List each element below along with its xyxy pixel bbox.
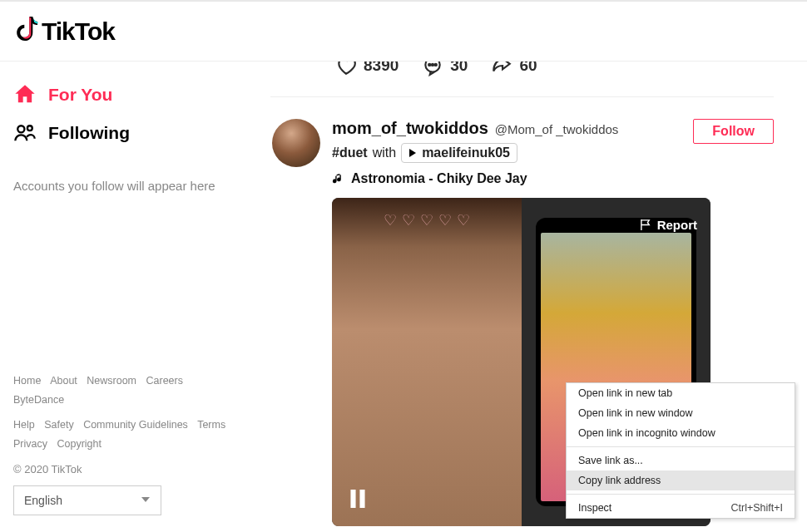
svg-rect-6 [350, 490, 355, 508]
svg-point-4 [432, 64, 433, 66]
footer-row-2: Help Safety Community Guidelines Terms P… [13, 416, 247, 453]
footer-link[interactable]: Safety [44, 419, 73, 431]
home-icon [13, 83, 37, 106]
nav-label: For You [48, 85, 112, 105]
svg-rect-7 [359, 490, 364, 508]
footer-link[interactable]: Newsroom [87, 375, 136, 387]
music-note-icon [332, 173, 344, 185]
svg-point-3 [428, 64, 430, 66]
footer-link[interactable]: Terms [197, 419, 225, 431]
ctx-shortcut: Ctrl+Shift+I [730, 502, 783, 514]
user-handle: @Mom_of _twokiddos [495, 122, 619, 136]
ctx-separator [567, 494, 795, 495]
language-selector[interactable]: English [13, 485, 161, 515]
footer-link[interactable]: Community Guidelines [83, 419, 188, 431]
heart-filter-overlay: ♡♡♡♡♡ [384, 211, 470, 229]
ctx-open-incognito[interactable]: Open link in incognito window [567, 423, 795, 443]
caption: #duet with maelifeinuk05 [332, 143, 618, 163]
people-icon [13, 121, 37, 145]
footer-link[interactable]: ByteDance [13, 394, 64, 406]
sidebar: For You Following Accounts you follow wi… [0, 0, 270, 532]
ctx-save-link[interactable]: Save link as... [567, 451, 795, 470]
footer-link[interactable]: Home [13, 375, 41, 387]
flag-icon [640, 219, 652, 231]
username: mom_of_twokiddos [332, 119, 488, 137]
nav-following[interactable]: Following [13, 121, 247, 145]
ctx-open-new-tab[interactable]: Open link in new tab [567, 383, 795, 403]
footer-link[interactable]: Careers [146, 375, 183, 387]
pause-icon [350, 490, 365, 508]
svg-point-5 [435, 64, 437, 66]
logo[interactable]: TikTok [13, 17, 115, 47]
user-line[interactable]: mom_of_twokiddos @Mom_of _twokiddos [332, 119, 618, 138]
svg-point-0 [17, 126, 24, 132]
tiktok-icon [13, 17, 40, 47]
footer-links: Home About Newsroom Careers ByteDance He… [13, 372, 247, 453]
copyright: © 2020 TikTok [13, 463, 247, 475]
pause-button[interactable] [350, 490, 365, 513]
nav-label: Following [48, 123, 130, 143]
duet-left-pane: ♡♡♡♡♡ [332, 198, 522, 526]
nav-for-you[interactable]: For You [13, 83, 247, 106]
play-icon [408, 149, 417, 157]
avatar[interactable] [272, 119, 320, 167]
ctx-open-new-window[interactable]: Open link in new window [567, 403, 795, 423]
language-label: English [24, 494, 62, 507]
music-line[interactable]: Astronomia - Chiky Dee Jay [332, 171, 618, 186]
nav: For You Following [13, 83, 247, 145]
footer-row-1: Home About Newsroom Careers ByteDance [13, 372, 247, 409]
chevron-down-icon [141, 494, 151, 507]
logo-text: TikTok [42, 17, 115, 46]
ctx-copy-link-address[interactable]: Copy link address [567, 470, 795, 490]
footer-link[interactable]: Copyright [57, 438, 101, 450]
following-hint: Accounts you follow will appear here [13, 176, 247, 196]
hashtag[interactable]: #duet [332, 145, 368, 160]
referenced-video-link[interactable]: maelifeinuk05 [401, 143, 517, 163]
follow-button[interactable]: Follow [693, 119, 774, 144]
footer-link[interactable]: Privacy [13, 438, 47, 450]
ctx-inspect[interactable]: Inspect Ctrl+Shift+I [567, 498, 795, 518]
context-menu: Open link in new tab Open link in new wi… [566, 382, 795, 519]
footer-link[interactable]: Help [13, 419, 35, 431]
caption-text: with [373, 145, 396, 160]
svg-point-1 [27, 126, 32, 131]
header: TikTok [0, 0, 807, 62]
ctx-separator [567, 446, 795, 447]
report-button[interactable]: Report [640, 218, 697, 232]
footer-link[interactable]: About [50, 375, 77, 387]
